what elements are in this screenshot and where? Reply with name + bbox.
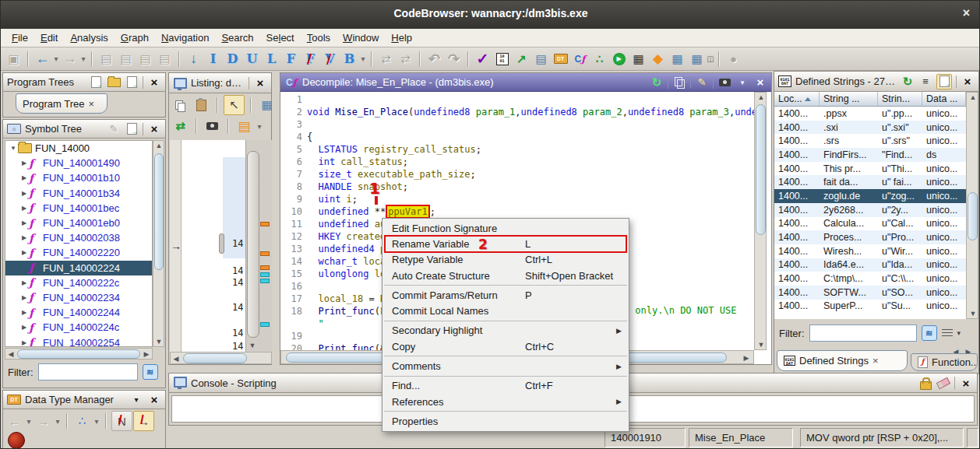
code-line[interactable]: 4{: [280, 131, 754, 143]
tree-item-fun_14000222c[interactable]: ▶ƒFUN_14000222c: [5, 275, 152, 290]
menu-select[interactable]: Select: [260, 30, 301, 45]
save-icon[interactable]: ▣: [4, 50, 23, 68]
scroll-left-icon[interactable]: ◀: [171, 354, 182, 363]
expand-arrow-icon[interactable]: ▶: [19, 234, 29, 241]
snapshot-icon[interactable]: [717, 75, 731, 89]
window-close-button[interactable]: ×: [963, 6, 970, 20]
disassemble-icon[interactable]: ↓: [184, 50, 203, 68]
table-row[interactable]: 1400....sxiu".sxi"unico...: [774, 121, 966, 135]
remove-variable-icon[interactable]: V: [320, 50, 340, 68]
tree-item-fun_140001b34[interactable]: ▶ƒFUN_140001b34: [5, 186, 152, 201]
menu-item-auto-create-structure[interactable]: Auto Create StructureShift+Open Bracket: [382, 268, 629, 283]
expand-arrow-icon[interactable]: ▶: [19, 190, 29, 197]
data-d-icon[interactable]: D: [223, 50, 242, 68]
column-header-string[interactable]: String ...: [820, 92, 878, 106]
code-line[interactable]: 6 int call_status;: [280, 156, 754, 168]
dtm-layout-dropdown[interactable]: ▾: [93, 412, 100, 430]
strings-vscrollbar[interactable]: ▲ ▼: [966, 92, 978, 319]
tree-item-fun_140002220[interactable]: ▶ƒFUN_140002220: [5, 245, 152, 260]
menu-file[interactable]: File: [5, 30, 34, 45]
bookmark-b-icon[interactable]: B: [340, 50, 359, 68]
back-dropdown[interactable]: ▾: [52, 50, 60, 68]
menu-list-icon[interactable]: ≡: [918, 75, 932, 89]
function-graph-icon[interactable]: Cƒ: [570, 50, 590, 68]
table-row[interactable]: 1400...Ida64.e...u"Ida...unico...: [774, 258, 966, 272]
change-marker[interactable]: [260, 251, 270, 256]
bookmark-dropdown[interactable]: ▾: [359, 50, 367, 68]
expand-arrow-icon[interactable]: ▼: [9, 145, 18, 152]
dtm-back-icon[interactable]: ←: [5, 412, 24, 430]
filter-options-icon[interactable]: ≋: [143, 364, 158, 380]
tree-item-fun_140001490[interactable]: ▶ƒFUN_140001490: [5, 156, 152, 170]
console-close-icon[interactable]: ×: [959, 376, 973, 390]
snapshot-in-icon[interactable]: ⇄: [376, 50, 396, 68]
decompile-vscrollbar[interactable]: ▲ ▼: [754, 92, 767, 350]
snapshot-icon[interactable]: [203, 117, 222, 135]
redo-icon[interactable]: ↷: [444, 50, 464, 68]
info-icon[interactable]: ●: [724, 50, 743, 68]
edit-icon[interactable]: ✎: [695, 75, 709, 89]
scroll-up-icon[interactable]: ▲: [756, 93, 767, 102]
menu-edit[interactable]: Edit: [34, 30, 64, 45]
symbol-tree-hscrollbar[interactable]: ◀ ▶: [5, 348, 153, 360]
dtm-filter-arrays-icon[interactable]: N: [111, 411, 132, 431]
menu-item-edit-function-signature[interactable]: Edit Function Signature: [382, 220, 629, 236]
scroll-right-icon[interactable]: ▶: [141, 349, 152, 359]
tree-item-fun_140001bec[interactable]: ▶ƒFUN_140001bec: [5, 201, 152, 216]
menu-item-comments[interactable]: Comments▶: [382, 358, 629, 374]
menu-tools[interactable]: Tools: [301, 30, 337, 45]
bookmark-diamond-icon[interactable]: ◆: [648, 50, 668, 68]
menu-item-references[interactable]: References▶: [382, 394, 629, 409]
table-row[interactable]: 1400...FindFirs..."Find...ds: [774, 148, 966, 162]
data-type-manager-header[interactable]: DT Data Type Manager ▾ ×: [3, 391, 165, 409]
scroll-up-icon[interactable]: ▲: [153, 141, 164, 150]
scroll-thumb[interactable]: [968, 192, 978, 240]
table-row[interactable]: 1400...This pr...u"Thi...unico...: [774, 162, 966, 176]
auto-analyze-icon[interactable]: ✓: [473, 50, 492, 68]
expand-arrow-icon[interactable]: ▶: [19, 309, 29, 316]
decompile-header[interactable]: Cƒ Decompile: Mise_En_Place - (dm3bis.ex…: [280, 73, 771, 92]
symbol-tree-filter-input[interactable]: [38, 363, 138, 381]
decompile-close-icon[interactable]: ×: [753, 75, 767, 89]
table-row[interactable]: 1400...Calcula...u"Cal...unico...: [774, 217, 966, 231]
menu-item-retype-variable[interactable]: Retype VariableCtrl+L: [382, 252, 629, 268]
scroll-right-icon[interactable]: ▶: [741, 353, 752, 363]
forward-icon[interactable]: →: [60, 50, 79, 68]
memory-chip-icon[interactable]: ▦: [629, 50, 648, 68]
menu-item-find[interactable]: Find...Ctrl+F: [382, 378, 629, 394]
listing-format-dropdown[interactable]: ▾: [256, 117, 263, 135]
overview-thumb[interactable]: [247, 151, 259, 338]
remove-function-icon[interactable]: F: [301, 50, 320, 68]
expand-arrow-icon[interactable]: ▶: [19, 160, 29, 167]
program-trees-header[interactable]: Program Trees ×: [3, 73, 165, 92]
expand-arrow-icon[interactable]: ▶: [19, 279, 29, 286]
change-marker[interactable]: [260, 265, 270, 270]
menu-item-properties[interactable]: Properties: [382, 413, 629, 429]
bookmarks-table-icon[interactable]: ▦: [668, 50, 687, 68]
column-header-data[interactable]: Data ...: [922, 92, 966, 106]
call-tree-icon[interactable]: ∴: [590, 50, 609, 68]
program-tree-tab-close-icon[interactable]: ×: [88, 98, 94, 110]
dtm-forward-icon[interactable]: →: [33, 412, 53, 430]
table-row[interactable]: 1400...zoglu.deu"zog...unico...: [774, 189, 966, 203]
panel-menu-dropdown-icon[interactable]: ▾: [735, 75, 749, 89]
dtm-filter-pointers-icon[interactable]: →: [133, 411, 154, 431]
menu-item-rename-variable[interactable]: Rename VariableL: [382, 236, 629, 251]
table-row[interactable]: 1400...fait da...u" fai...unico...: [774, 175, 966, 189]
title-bar[interactable]: CodeBrowser: wannacry:/dm3bis.exe ×: [1, 1, 980, 29]
menu-search[interactable]: Search: [215, 30, 259, 45]
menu-item-commit-local-names[interactable]: Commit Local Names: [382, 303, 629, 318]
code-line[interactable]: 2void Mise_En_Place(undefined8 param_1,u…: [280, 106, 754, 118]
table-row[interactable]: 1400...SOFTW...u"SO...unico...: [774, 286, 966, 300]
table-row[interactable]: 1400....ppsxu".pp...unico...: [774, 107, 966, 121]
table-row[interactable]: 1400...Proces...u"Pro...unico...: [774, 230, 966, 244]
defined-strings-close-icon[interactable]: ×: [961, 75, 975, 89]
tree-folder-row[interactable]: ▼FUN_14000: [5, 141, 152, 156]
filter-options-icon[interactable]: ≋: [922, 325, 937, 341]
menu-item-secondary-highlight[interactable]: Secondary Highlight▶: [382, 323, 629, 339]
paste-icon[interactable]: [192, 96, 211, 114]
back-icon[interactable]: ←: [33, 50, 52, 68]
expand-arrow-icon[interactable]: ▶: [19, 339, 29, 346]
scroll-down-icon[interactable]: ▼: [968, 309, 978, 318]
change-marker[interactable]: [260, 222, 270, 226]
